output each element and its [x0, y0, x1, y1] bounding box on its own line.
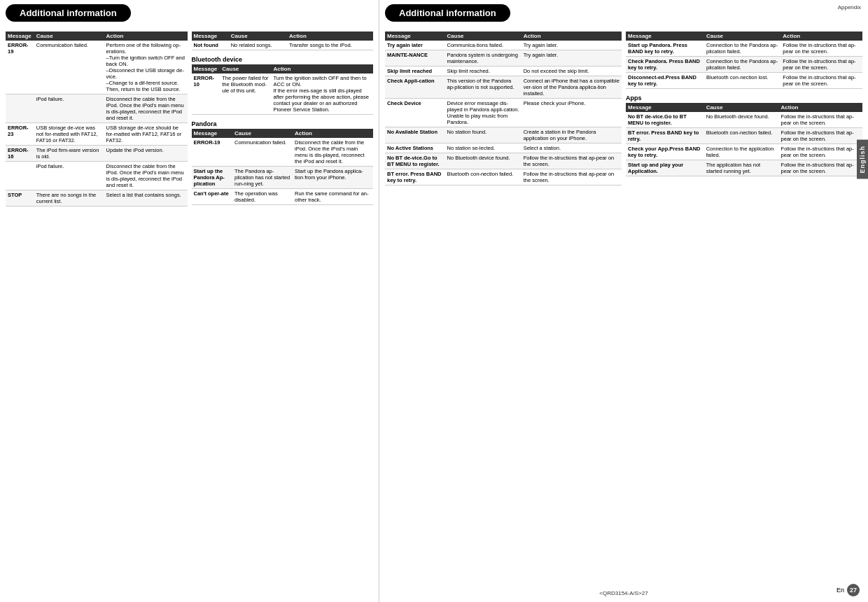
table-cell: Device error message dis-played in Pando…	[445, 99, 522, 127]
table-cell: There are no songs in the current list.	[34, 190, 104, 206]
table-row: Skip limit reachedSkip limit reached.Do …	[385, 66, 622, 76]
table-cell: ERROR-16	[6, 146, 34, 162]
table-cell: Start up the Pandora applica-tion from y…	[293, 167, 373, 189]
left-title: Additional information	[6, 4, 131, 22]
table-cell: Follow the in-structions that ap-pear on…	[780, 73, 862, 89]
table-cell: Check Appli-cation	[385, 76, 445, 99]
table-cell: The application has not started running …	[704, 160, 779, 176]
table-cell: Communication failed.	[232, 138, 293, 167]
table-row: Try again laterCommunica-tions failed.Tr…	[385, 41, 622, 50]
table-cell: The iPod firm-ware version is old.	[34, 146, 104, 162]
right-section-header: Additional information	[385, 0, 862, 29]
table-cell: Follow the in-structions that ap-pear on…	[780, 41, 862, 57]
table-cell: Follow the in-structions that ap-pear on…	[779, 160, 862, 176]
table-cell: Follow the in-structions that ap-pear on…	[522, 153, 622, 169]
table-row: Check DeviceDevice error message dis-pla…	[385, 99, 622, 127]
col-header: Message	[626, 31, 704, 41]
table-cell: Skip limit reached	[385, 66, 445, 76]
col-header: Message	[192, 129, 232, 138]
table-cell: Skip limit reached.	[445, 66, 522, 76]
table-cell: Update the iPod version.	[104, 146, 188, 162]
left-page: Additional information Message Cause Act…	[0, 0, 379, 602]
table-row: BT error. Press BAND key to retry.Blueto…	[385, 169, 622, 186]
table-cell: Connection to the Pandora ap-plication f…	[704, 57, 780, 73]
table-cell: Can't oper-ate	[192, 189, 232, 205]
table-row: MAINTE-NANCEPandora system is undergoing…	[385, 50, 622, 66]
table-cell: Do not exceed the skip limit.	[522, 66, 622, 76]
table-cell: No station found.	[445, 127, 522, 144]
col-header: Cause	[232, 129, 293, 138]
page-circle: 27	[847, 584, 860, 596]
table-row: Disconnect-ed.Press BAND key to retry.Bl…	[626, 73, 862, 89]
msg-table: MessageCauseActionERROR-19Communication …	[192, 129, 374, 205]
table-cell: ERROR-19	[192, 138, 232, 167]
table-cell: Create a station in the Pandora applicat…	[522, 127, 622, 144]
table-cell: Communication failed.	[34, 41, 104, 94]
table-row: Start up and play your Application.The a…	[626, 160, 862, 176]
msg-table: MessageCauseActionNot foundNo related so…	[192, 31, 374, 50]
table-cell: Communica-tions failed.	[445, 41, 522, 50]
right-columns: MessageCauseActionTry again laterCommuni…	[385, 31, 862, 191]
table-cell: Bluetooth con-nection lost.	[704, 73, 780, 89]
table-cell: No Active Stations	[385, 144, 445, 153]
table-cell: ERROR-10	[192, 74, 220, 115]
col-header: Message	[192, 64, 220, 74]
table-row: Not foundNo related songs.Transfer songs…	[192, 41, 374, 50]
table-cell: ERROR-19	[6, 41, 34, 94]
col-header: Action	[287, 31, 373, 41]
table-cell	[6, 94, 34, 123]
right-col-2: MessageCauseActionStart up Pandora. Pres…	[626, 31, 862, 191]
msg-table: MessageCauseActionTry again laterCommuni…	[385, 31, 622, 186]
left-col-2: MessageCauseActionNot foundNo related so…	[192, 31, 374, 212]
left-main-table: Message Cause Action ERROR-19Communicati…	[6, 31, 188, 206]
table-cell: Select a list that contains songs.	[104, 190, 188, 206]
table-cell: Connect an iPhone that has a compatible …	[522, 76, 622, 99]
table-cell: No BT de-vice.Go to BT MENU to register.	[626, 112, 704, 128]
table-cell: Not found	[192, 41, 229, 50]
table-cell: Disconnect-ed.Press BAND key to retry.	[626, 73, 704, 89]
table-row: iPod failure.Disconnect the cable from t…	[6, 94, 188, 123]
table-row: No BT de-vice.Go to BT MENU to register.…	[385, 153, 622, 169]
table-cell: The Pandora ap-plication has not started…	[232, 167, 293, 189]
col-header: Action	[271, 64, 373, 74]
table-cell: Check your App.Press BAND key to retry.	[626, 144, 704, 160]
left-section-header: Additional information	[6, 0, 373, 29]
table-row: iPod failure.Disconnect the cable from t…	[6, 162, 188, 190]
table-row: Check your App.Press BAND key to retry.C…	[626, 144, 862, 160]
table-cell: BT error. Press BAND key to retry.	[385, 169, 445, 186]
col-header: Action	[779, 103, 862, 112]
table-row: STOPThere are no songs in the current li…	[6, 190, 188, 206]
sub-section-label: Pandora	[192, 120, 374, 127]
table-cell: This version of the Pandora ap-plication…	[445, 76, 522, 99]
table-row: Start up Pandora. Press BAND key to retr…	[626, 41, 862, 57]
table-row: Check Appli-cationThis version of the Pa…	[385, 76, 622, 99]
table-row: No Available StationNo station found.Cre…	[385, 127, 622, 144]
table-cell: Disconnect the cable from the iPod. Once…	[104, 162, 188, 190]
table-cell: No related songs.	[229, 41, 287, 50]
col-header: Message	[385, 31, 445, 41]
table-cell: Transfer songs to the iPod.	[287, 41, 373, 50]
col-header: Action	[522, 31, 622, 41]
appendix-label: Appendix	[838, 4, 861, 10]
table-row: ERROR-19Communication failed.Disconnect …	[192, 138, 374, 167]
page-prefix: En	[836, 587, 844, 594]
table-row: Can't oper-ateThe operation was disabled…	[192, 189, 374, 205]
table-cell: Please check your iPhone.	[522, 99, 622, 127]
table-cell: iPod failure.	[34, 162, 104, 190]
table-row: Check Pandora. Press BAND key to retry.C…	[626, 57, 862, 73]
table-cell: BT error. Press BAND key to retry.	[626, 128, 704, 144]
table-cell: STOP	[6, 190, 34, 206]
col-header: Cause	[220, 64, 271, 74]
table-cell: Turn the ignition switch OFF and then to…	[271, 74, 373, 115]
table-cell: No Bluetooth device found.	[445, 153, 522, 169]
table-cell: Follow the in-structions that ap-pear on…	[779, 112, 862, 128]
col-header: Cause	[704, 31, 780, 41]
table-cell: Check Device	[385, 99, 445, 127]
table-cell: Connection to the application failed.	[704, 144, 779, 160]
page: Additional information Message Cause Act…	[0, 0, 868, 602]
table-cell: The power failed for the Bluetooth mod-u…	[220, 74, 271, 115]
table-cell: Check Pandora. Press BAND key to retry.	[626, 57, 704, 73]
right-col-1: MessageCauseActionTry again laterCommuni…	[385, 31, 622, 191]
table-cell: Run the same command for an-other track.	[293, 189, 373, 205]
table-cell: Try again later.	[522, 50, 622, 66]
